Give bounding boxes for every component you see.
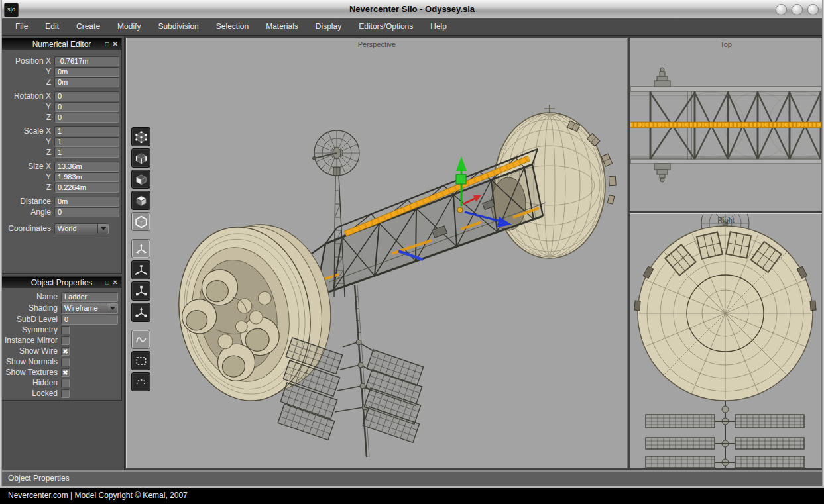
numerical-editor-header: Numerical Editor □ ✕	[2, 38, 121, 50]
right-viewport[interactable]: Right	[630, 213, 822, 468]
perspective-scene	[127, 38, 628, 468]
rect-select-icon[interactable]	[131, 351, 150, 370]
face-mode-icon[interactable]	[131, 170, 150, 189]
multi-mode-icon[interactable]	[131, 212, 150, 231]
universal-manipulator-icon[interactable]	[131, 303, 150, 322]
scale-x-input[interactable]: 1	[54, 126, 119, 136]
panel-close-icon[interactable]: ✕	[113, 39, 118, 49]
minimize-button[interactable]	[776, 4, 787, 15]
paint-select-icon[interactable]	[131, 330, 150, 349]
position-x-input[interactable]: -0.7617m	[54, 56, 119, 66]
right-viewport-label: Right	[630, 216, 821, 224]
viewport-toolbar	[131, 127, 150, 393]
show-wire-checkbox[interactable]: ✖	[61, 347, 70, 356]
coordinates-dropdown[interactable]: World	[54, 223, 109, 234]
top-viewport[interactable]: Top	[630, 38, 822, 211]
shading-dropdown[interactable]: Wireframe	[61, 303, 118, 314]
field-label: Z	[2, 77, 51, 87]
panel-minimize-icon[interactable]: □	[105, 39, 109, 49]
rotation-z-input[interactable]: 0	[54, 113, 119, 123]
distance-input[interactable]: 0m	[54, 197, 119, 207]
panel-close-icon[interactable]: ✕	[113, 277, 118, 287]
field-label: Z	[2, 113, 51, 122]
field-label: Rotation X	[2, 91, 51, 101]
rotation-y-input[interactable]: 0	[54, 102, 119, 112]
field-label: Size X	[2, 162, 51, 171]
show-wire-label: Show Wire	[2, 346, 58, 356]
menu-edit[interactable]: Edit	[36, 19, 68, 35]
lasso-select-icon[interactable]	[131, 372, 150, 391]
show-normals-checkbox[interactable]	[61, 358, 70, 366]
position-y-input[interactable]: 0m	[54, 67, 119, 77]
silo-app-window: s|o Nevercenter Silo - Odyssey.sia File …	[0, 0, 824, 504]
field-label: Y	[2, 67, 51, 76]
menu-editors-options[interactable]: Editors/Options	[350, 19, 422, 35]
move-tool-icon[interactable]	[131, 239, 150, 258]
dropdown-arrow-icon[interactable]	[107, 303, 117, 313]
status-bar: Object Properties	[0, 470, 824, 486]
status-text: Object Properties	[8, 474, 70, 483]
instance-mirror-checkbox[interactable]	[61, 336, 70, 345]
rotation-x-input[interactable]: 0	[54, 91, 119, 101]
size-z-input[interactable]: 0.2264m	[54, 183, 119, 193]
instance-mirror-label: Instance Mirror	[2, 336, 58, 345]
object-properties-header: Object Properties □ ✕	[2, 277, 121, 288]
footer-bar: Nevercenter.com | Model Copyright © Kema…	[0, 488, 824, 504]
scale-z-input[interactable]: 1	[54, 148, 119, 158]
top-scene	[630, 38, 822, 211]
coordinates-value: World	[55, 224, 97, 234]
locked-label: Locked	[2, 389, 58, 398]
perspective-viewport-label: Perspective	[127, 40, 627, 48]
object-properties-title: Object Properties	[2, 278, 121, 287]
name-label: Name	[2, 292, 58, 301]
hidden-label: Hidden	[2, 378, 58, 387]
edge-mode-icon[interactable]	[131, 148, 150, 168]
shading-label: Shading	[2, 303, 58, 313]
scale-tool-icon[interactable]	[131, 281, 150, 301]
vertex-mode-icon[interactable]	[131, 127, 150, 146]
symmetry-checkbox[interactable]	[61, 326, 70, 334]
footer-text: Nevercenter.com | Model Copyright © Kema…	[8, 491, 188, 500]
menu-bar: File Edit Create Modify Subdivision Sele…	[0, 19, 824, 36]
shading-value: Wireframe	[62, 303, 107, 313]
locked-checkbox[interactable]	[61, 389, 70, 398]
maximize-button[interactable]	[792, 4, 803, 15]
perspective-viewport[interactable]: Perspective	[126, 38, 628, 468]
title-bar: s|o Nevercenter Silo - Odyssey.sia	[0, 0, 824, 19]
name-input[interactable]: Ladder	[61, 292, 118, 302]
field-label: Y	[2, 102, 51, 111]
menu-create[interactable]: Create	[68, 19, 109, 35]
subd-level-label: SubD Level	[2, 315, 58, 324]
field-label: Scale X	[2, 126, 51, 136]
menu-display[interactable]: Display	[307, 19, 350, 35]
scale-y-input[interactable]: 1	[54, 137, 119, 147]
numerical-editor-title: Numerical Editor	[2, 40, 121, 49]
field-label: Z	[2, 148, 51, 157]
subd-level-input[interactable]: 0	[61, 315, 118, 325]
right-scene	[630, 214, 822, 468]
field-label: Angle	[2, 207, 51, 217]
hidden-checkbox[interactable]	[61, 379, 70, 387]
size-y-input[interactable]: 1.983m	[54, 172, 119, 182]
menu-subdivision[interactable]: Subdivision	[149, 19, 207, 35]
show-textures-label: Show Textures	[2, 368, 58, 377]
panel-minimize-icon[interactable]: □	[105, 277, 109, 287]
close-button[interactable]	[807, 4, 819, 15]
object-mode-icon[interactable]	[131, 191, 150, 210]
menu-file[interactable]: File	[7, 19, 36, 35]
menu-materials[interactable]: Materials	[257, 19, 307, 35]
angle-input[interactable]: 0	[54, 207, 119, 217]
size-x-input[interactable]: 13.36m	[54, 162, 119, 172]
top-viewport-label: Top	[630, 40, 821, 48]
field-label: Position X	[2, 56, 51, 66]
menu-modify[interactable]: Modify	[109, 19, 149, 35]
show-normals-label: Show Normals	[2, 357, 58, 366]
object-properties-panel: Object Properties □ ✕ NameLadder Shading…	[1, 276, 122, 401]
menu-help[interactable]: Help	[422, 19, 455, 35]
show-textures-checkbox[interactable]: ✖	[61, 368, 70, 377]
position-z-input[interactable]: 0m	[54, 77, 119, 87]
dropdown-arrow-icon[interactable]	[97, 224, 108, 234]
menu-selection[interactable]: Selection	[207, 19, 257, 35]
rotate-tool-icon[interactable]	[131, 260, 150, 279]
numerical-editor-panel: Numerical Editor □ ✕ Position X-0.7617m …	[1, 38, 122, 274]
